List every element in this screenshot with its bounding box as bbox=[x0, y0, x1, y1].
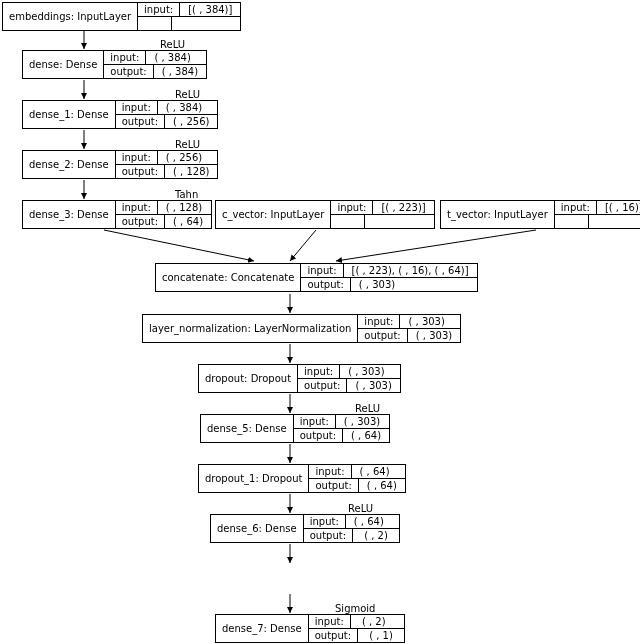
node-dropout: dropout: Dropout input:( , 303) output:(… bbox=[198, 364, 401, 393]
node-concatenate: concatenate: Concatenate input:[( , 223)… bbox=[155, 263, 478, 292]
io-val: [( , 384)] bbox=[180, 3, 240, 16]
io-key: output: bbox=[104, 65, 153, 78]
io-key: output: bbox=[309, 629, 358, 642]
io-val: ( , 64) bbox=[359, 479, 405, 492]
node-label: dense_1: Dense bbox=[23, 101, 116, 128]
io-val: ( , 2) bbox=[351, 615, 397, 628]
io-key: input: bbox=[358, 315, 400, 328]
io-key: output: bbox=[116, 215, 165, 228]
io-key: input: bbox=[309, 465, 351, 478]
node-dense-7: dense_7: Dense input:( , 2) output:( , 1… bbox=[215, 614, 405, 643]
node-embeddings: embeddings: InputLayer input:[( , 384)] bbox=[2, 2, 241, 31]
io-key: input: bbox=[304, 515, 346, 528]
io-val: ( , 64) bbox=[346, 515, 392, 528]
io-key: input: bbox=[116, 101, 158, 114]
svg-line-6 bbox=[336, 230, 536, 261]
node-t-vector: t_vector: InputLayer input:[( , 16)] bbox=[440, 200, 640, 229]
node-dense-2: dense_2: Dense input:( , 256) output:( ,… bbox=[22, 150, 218, 179]
io-key: input: bbox=[309, 615, 351, 628]
io-key: input: bbox=[116, 151, 158, 164]
io-key: input: bbox=[301, 264, 343, 277]
io-key: input: bbox=[298, 365, 340, 378]
io-key: output: bbox=[309, 479, 358, 492]
node-label: dropout: Dropout bbox=[199, 365, 298, 392]
node-label: dense_6: Dense bbox=[211, 515, 304, 542]
node-label: dense_3: Dense bbox=[23, 201, 116, 228]
node-label: dense: Dense bbox=[23, 51, 104, 78]
activation-label: ReLU bbox=[175, 89, 200, 100]
io-val: [( , 223)] bbox=[373, 201, 433, 214]
node-label: dense_2: Dense bbox=[23, 151, 116, 178]
node-label: embeddings: InputLayer bbox=[3, 3, 138, 30]
io-val: ( , 303) bbox=[400, 315, 452, 328]
io-val: ( , 303) bbox=[336, 415, 388, 428]
node-dropout-1: dropout_1: Dropout input:( , 64) output:… bbox=[198, 464, 406, 493]
io-val: ( , 303) bbox=[351, 278, 403, 291]
io-val: ( , 128) bbox=[158, 201, 210, 214]
io-val: ( , 1) bbox=[358, 629, 404, 642]
node-label: t_vector: InputLayer bbox=[441, 201, 555, 228]
io-val: ( , 303) bbox=[347, 379, 399, 392]
activation-label: Tahn bbox=[175, 189, 198, 200]
io-key: output: bbox=[116, 115, 165, 128]
io-key: input: bbox=[104, 51, 146, 64]
node-label: concatenate: Concatenate bbox=[156, 264, 301, 291]
io-val: ( , 303) bbox=[408, 329, 460, 342]
io-val: ( , 64) bbox=[352, 465, 398, 478]
node-label: dropout_1: Dropout bbox=[199, 465, 309, 492]
io-key: output: bbox=[298, 379, 347, 392]
node-dense-1: dense_1: Dense input:( , 384) output:( ,… bbox=[22, 100, 218, 129]
svg-line-4 bbox=[104, 230, 254, 261]
io-val: ( , 128) bbox=[165, 165, 217, 178]
node-dense: dense: Dense input:( , 384) output:( , 3… bbox=[22, 50, 207, 79]
node-dense-3: dense_3: Dense input:( , 128) output:( ,… bbox=[22, 200, 212, 229]
io-key: output: bbox=[358, 329, 407, 342]
io-val: ( , 384) bbox=[158, 101, 210, 114]
activation-label: Sigmoid bbox=[335, 603, 375, 614]
io-key: input: bbox=[138, 3, 180, 16]
node-label: dense_7: Dense bbox=[216, 615, 309, 642]
io-val: ( , 384) bbox=[146, 51, 198, 64]
node-layernorm: layer_normalization: LayerNormalization … bbox=[142, 314, 461, 343]
svg-line-5 bbox=[290, 230, 316, 261]
node-label: layer_normalization: LayerNormalization bbox=[143, 315, 358, 342]
io-key: output: bbox=[294, 429, 343, 442]
io-val: ( , 64) bbox=[165, 215, 211, 228]
io-val: ( , 384) bbox=[154, 65, 206, 78]
io-key: input: bbox=[555, 201, 597, 214]
activation-label: ReLU bbox=[355, 403, 380, 414]
activation-label: ReLU bbox=[160, 39, 185, 50]
activation-label: ReLU bbox=[175, 139, 200, 150]
io-val: [( , 16)] bbox=[597, 201, 640, 214]
activation-label: ReLU bbox=[348, 503, 373, 514]
node-dense-5: dense_5: Dense input:( , 303) output:( ,… bbox=[200, 414, 390, 443]
node-c-vector: c_vector: InputLayer input:[( , 223)] bbox=[215, 200, 435, 229]
model-graph: { "chart_data": { "type": "diagram", "ti… bbox=[0, 0, 640, 644]
node-label: dense_5: Dense bbox=[201, 415, 294, 442]
node-label: c_vector: InputLayer bbox=[216, 201, 331, 228]
io-val: ( , 256) bbox=[165, 115, 217, 128]
io-val: [( , 223), ( , 16), ( , 64)] bbox=[344, 264, 477, 277]
io-val: ( , 256) bbox=[158, 151, 210, 164]
io-val: ( , 303) bbox=[340, 365, 392, 378]
io-key: output: bbox=[116, 165, 165, 178]
io-key: input: bbox=[116, 201, 158, 214]
io-key: output: bbox=[301, 278, 350, 291]
io-val: ( , 64) bbox=[343, 429, 389, 442]
io-key: input: bbox=[294, 415, 336, 428]
io-key: output: bbox=[304, 529, 353, 542]
io-val: ( , 2) bbox=[353, 529, 399, 542]
io-key: input: bbox=[331, 201, 373, 214]
node-dense-6: dense_6: Dense input:( , 64) output:( , … bbox=[210, 514, 400, 543]
